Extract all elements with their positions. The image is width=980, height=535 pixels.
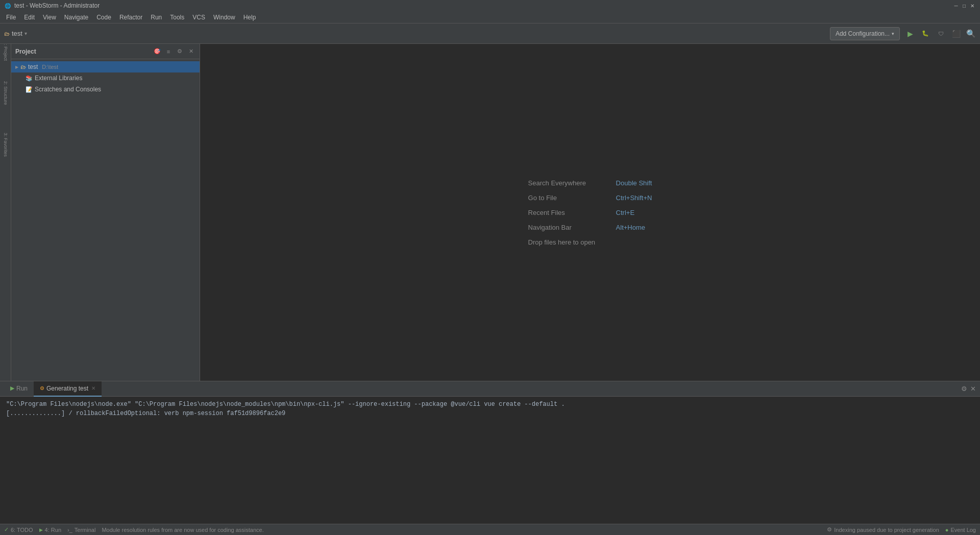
close-panel-button[interactable]: ✕ [186, 47, 195, 56]
run-controls: ▶ 🐛 🛡 ⬛ [903, 27, 963, 41]
run-tab-icon: ▶ [10, 385, 14, 392]
bottom-panel-content: "C:\Program Files\nodejs\node.exe" "C:\P… [0, 397, 980, 524]
status-bar-right: ⚙ Indexing paused due to project generat… [827, 526, 976, 533]
terminal-label: Terminal [75, 527, 96, 533]
event-log-icon: ● [945, 527, 949, 533]
status-bar: ✓ 6: TODO ▶ 4: Run ›_ Terminal Module re… [0, 524, 980, 535]
add-config-label: Add Configuration... [836, 30, 890, 37]
todo-icon: ✓ [4, 526, 9, 533]
generating-icon: ⚙ [40, 385, 44, 391]
run-small-label: 4: Run [45, 527, 61, 533]
scratch-icon: 📝 [26, 86, 33, 93]
library-icon: 📚 [26, 75, 33, 82]
toolbar-left: 🗁 test ▾ [4, 30, 31, 37]
hint-nav-key: Alt+Home [616, 224, 645, 231]
menu-bar: File Edit View Navigate Code Refactor Ru… [0, 11, 980, 23]
tree-item-scratches[interactable]: 📝 Scratches and Consoles [11, 84, 200, 95]
tree-item-name: test [28, 63, 38, 70]
collapse-all-button[interactable]: ≡ [164, 47, 173, 56]
menu-vcs[interactable]: VCS [188, 12, 209, 23]
favorites-tool-button[interactable]: 3: Favorites [1, 140, 11, 150]
menu-refactor[interactable]: Refactor [115, 12, 146, 23]
bottom-todo-tab[interactable]: ✓ 6: TODO [4, 526, 33, 533]
project-tool-button[interactable]: 1: Project [1, 46, 11, 56]
hint-recent-files: Recent Files Ctrl+E [528, 209, 652, 216]
tree-item-name: Scratches and Consoles [35, 86, 101, 93]
coverage-button[interactable]: 🛡 [934, 27, 948, 41]
stop-button[interactable]: ⬛ [949, 27, 963, 41]
bottom-panel-close-icon[interactable]: ✕ [970, 385, 976, 393]
menu-window[interactable]: Window [209, 12, 239, 23]
menu-file[interactable]: File [2, 12, 20, 23]
indexing-spin-icon: ⚙ [827, 526, 832, 533]
menu-tools[interactable]: Tools [166, 12, 188, 23]
menu-help[interactable]: Help [239, 12, 260, 23]
tree-arrow-icon: ▶ [15, 65, 18, 69]
bottom-panel-settings-icon[interactable]: ⚙ [961, 385, 967, 393]
menu-code[interactable]: Code [92, 12, 115, 23]
search-everywhere-button[interactable]: 🔍 [966, 29, 976, 38]
tree-item-test-root[interactable]: ▶ 🗁 test D:\test [11, 61, 200, 72]
folder-icon: 🗁 [20, 64, 26, 70]
hint-drop-files: Drop files here to open [528, 238, 652, 246]
structure-tool-button[interactable]: 2: Structure [1, 88, 11, 98]
hint-search-label: Search Everywhere [528, 179, 610, 187]
hint-recent-label: Recent Files [528, 209, 610, 216]
project-panel: Project 🎯 ≡ ⚙ ✕ ▶ 🗁 test D:\test 📚 Exter… [11, 44, 200, 381]
locate-file-button[interactable]: 🎯 [153, 47, 162, 56]
hint-drop-label: Drop files here to open [528, 238, 596, 246]
title-bar-left: 🌐 test - WebStorm - Administrator [4, 2, 100, 9]
terminal-icon: ›_ [67, 527, 72, 533]
generating-tab-close[interactable]: ✕ [91, 385, 95, 391]
left-tool-strip: 1: Project 2: Structure 3: Favorites [0, 44, 11, 381]
tree-item-external-libraries[interactable]: 📚 External Libraries [11, 72, 200, 84]
menu-view[interactable]: View [39, 12, 60, 23]
run-tab-label: Run [16, 385, 28, 392]
toolbar-right: Add Configuration... ▾ ▶ 🐛 🛡 ⬛ 🔍 [830, 27, 976, 41]
hint-goto-key: Ctrl+Shift+N [616, 194, 652, 202]
close-button[interactable]: ✕ [969, 2, 976, 9]
menu-run[interactable]: Run [146, 12, 166, 23]
project-dropdown-arrow: ▾ [24, 31, 27, 36]
bottom-terminal-tab[interactable]: ›_ Terminal [67, 527, 95, 533]
project-panel-actions: 🎯 ≡ ⚙ ✕ [153, 47, 195, 56]
project-selector[interactable]: 🗁 test ▾ [4, 30, 27, 37]
generating-test-tab[interactable]: ⚙ Generating test ✕ [34, 381, 102, 397]
terminal-output: "C:\Program Files\nodejs\node.exe" "C:\P… [0, 397, 980, 524]
minimize-button[interactable]: ─ [952, 2, 960, 9]
indexing-status: ⚙ Indexing paused due to project generat… [827, 526, 939, 533]
debug-button[interactable]: 🐛 [918, 27, 933, 41]
bottom-run-tab[interactable]: ▶ 4: Run [39, 527, 61, 533]
run-small-icon: ▶ [39, 527, 43, 532]
title-bar: 🌐 test - WebStorm - Administrator ─ □ ✕ [0, 0, 980, 11]
menu-edit[interactable]: Edit [20, 12, 39, 23]
terminal-line-2: [..............] / rollbackFailedOptiona… [6, 409, 974, 418]
maximize-button[interactable]: □ [961, 2, 968, 9]
event-log-label: Event Log [950, 527, 976, 533]
bottom-panel: ▶ Run ⚙ Generating test ✕ ⚙ ✕ "C:\Progra… [0, 381, 980, 524]
module-resolution-text: Module resolution rules from are now use… [102, 527, 263, 533]
run-button[interactable]: ▶ [903, 27, 917, 41]
menu-navigate[interactable]: Navigate [60, 12, 92, 23]
bottom-tab-right-actions: ⚙ ✕ [961, 385, 976, 393]
indexing-text: Indexing paused due to project generatio… [834, 527, 939, 533]
hint-goto-label: Go to File [528, 194, 610, 202]
project-panel-header: Project 🎯 ≡ ⚙ ✕ [11, 44, 200, 59]
add-config-dropdown-icon: ▾ [892, 31, 894, 36]
hint-recent-key: Ctrl+E [616, 209, 634, 216]
main-area: 1: Project 2: Structure 3: Favorites Pro… [0, 44, 980, 381]
tree-item-name: External Libraries [35, 75, 82, 82]
editor-hints: Search Everywhere Double Shift Go to Fil… [528, 179, 652, 246]
tree-item-path: D:\test [42, 64, 58, 70]
todo-label: 6: TODO [11, 527, 33, 533]
add-configuration-button[interactable]: Add Configuration... ▾ [830, 27, 900, 40]
settings-button[interactable]: ⚙ [175, 47, 184, 56]
toolbar: 🗁 test ▾ Add Configuration... ▾ ▶ 🐛 🛡 ⬛ … [0, 23, 980, 44]
hint-go-to-file: Go to File Ctrl+Shift+N [528, 194, 652, 202]
hint-navigation-bar: Navigation Bar Alt+Home [528, 224, 652, 231]
run-tab[interactable]: ▶ Run [4, 381, 34, 397]
event-log-button[interactable]: ● Event Log [945, 527, 976, 533]
terminal-line-1: "C:\Program Files\nodejs\node.exe" "C:\P… [6, 400, 974, 409]
file-tree: ▶ 🗁 test D:\test 📚 External Libraries 📝 … [11, 59, 200, 381]
window-controls: ─ □ ✕ [952, 2, 976, 9]
